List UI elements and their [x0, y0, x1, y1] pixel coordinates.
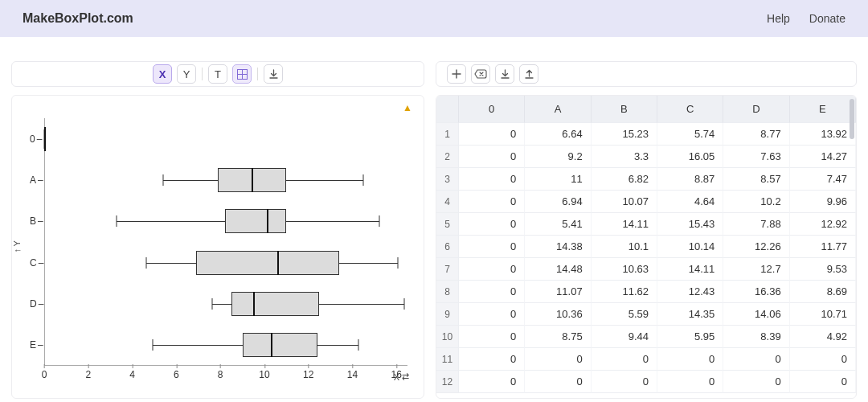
row-header[interactable]: 11 [436, 348, 459, 371]
data-cell[interactable]: 14.27 [790, 146, 856, 168]
data-cell[interactable]: 3.3 [592, 146, 657, 168]
data-cell[interactable]: 0 [459, 281, 525, 303]
data-cell[interactable]: 0 [459, 123, 525, 146]
data-cell[interactable]: 11.77 [790, 236, 856, 258]
data-cell[interactable]: 7.47 [790, 168, 856, 191]
data-cell[interactable]: 14.38 [525, 236, 591, 258]
data-cell[interactable]: 7.63 [723, 146, 789, 168]
row-header[interactable]: 12 [436, 371, 459, 393]
column-header[interactable]: 0 [459, 96, 525, 123]
data-cell[interactable]: 0 [657, 371, 723, 393]
scrollbar-thumb[interactable] [850, 99, 854, 139]
column-header[interactable]: C [657, 96, 723, 123]
data-cell[interactable]: 0 [459, 348, 525, 371]
data-cell[interactable]: 14.06 [723, 303, 789, 326]
data-cell[interactable]: 7.88 [723, 213, 789, 236]
data-cell[interactable]: 0 [790, 348, 856, 371]
data-cell[interactable]: 0 [459, 371, 525, 393]
data-cell[interactable]: 11 [525, 168, 591, 191]
data-cell[interactable]: 15.23 [592, 123, 657, 146]
row-header[interactable]: 6 [436, 236, 459, 258]
data-cell[interactable]: 4.64 [657, 191, 723, 213]
download-chart-button[interactable] [264, 64, 283, 84]
data-cell[interactable]: 0 [459, 258, 525, 281]
data-cell[interactable]: 9.2 [525, 146, 591, 168]
data-cell[interactable]: 10.14 [657, 236, 723, 258]
data-cell[interactable]: 0 [657, 348, 723, 371]
data-cell[interactable]: 10.2 [723, 191, 789, 213]
layout-grid-button[interactable] [232, 64, 252, 84]
data-cell[interactable]: 8.77 [723, 123, 789, 146]
row-header[interactable]: 7 [436, 258, 459, 281]
data-cell[interactable]: 10.63 [592, 258, 657, 281]
data-cell[interactable]: 8.87 [657, 168, 723, 191]
data-cell[interactable]: 11.62 [592, 281, 657, 303]
data-cell[interactable]: 16.36 [723, 281, 789, 303]
row-header[interactable]: 4 [436, 191, 459, 213]
data-cell[interactable]: 11.07 [525, 281, 591, 303]
data-cell[interactable]: 6.94 [525, 191, 591, 213]
data-cell[interactable]: 6.82 [592, 168, 657, 191]
data-cell[interactable]: 10.36 [525, 303, 591, 326]
data-cell[interactable]: 10.1 [592, 236, 657, 258]
data-cell[interactable]: 0 [459, 303, 525, 326]
data-cell[interactable]: 8.39 [723, 326, 789, 348]
upload-data-button[interactable] [519, 64, 538, 84]
x-axis-swap-icon[interactable]: ⇄ [402, 371, 409, 382]
data-cell[interactable]: 10.07 [592, 191, 657, 213]
data-cell[interactable]: 4.92 [790, 326, 856, 348]
data-cell[interactable]: 0 [525, 348, 591, 371]
data-cell[interactable]: 5.59 [592, 303, 657, 326]
data-cell[interactable]: 6.64 [525, 123, 591, 146]
row-header[interactable]: 5 [436, 213, 459, 236]
data-cell[interactable]: 5.74 [657, 123, 723, 146]
data-cell[interactable]: 16.05 [657, 146, 723, 168]
row-header[interactable]: 9 [436, 303, 459, 326]
data-cell[interactable]: 13.92 [790, 123, 856, 146]
column-header[interactable]: B [592, 96, 657, 123]
data-cell[interactable]: 0 [525, 371, 591, 393]
row-header[interactable]: 8 [436, 281, 459, 303]
data-cell[interactable]: 8.69 [790, 281, 856, 303]
data-cell[interactable]: 5.41 [525, 213, 591, 236]
data-cell[interactable]: 0 [459, 326, 525, 348]
data-cell[interactable]: 0 [790, 371, 856, 393]
data-cell[interactable]: 0 [459, 168, 525, 191]
data-cell[interactable]: 0 [592, 371, 657, 393]
data-cell[interactable]: 0 [592, 348, 657, 371]
row-header[interactable]: 2 [436, 146, 459, 168]
boxplot-area[interactable]: 0–A–B–C–D–E–0246810121416 [44, 118, 407, 366]
column-header[interactable]: A [525, 96, 591, 123]
axis-x-button[interactable]: X [153, 64, 172, 84]
data-cell[interactable]: 8.75 [525, 326, 591, 348]
data-cell[interactable]: 15.43 [657, 213, 723, 236]
data-cell[interactable]: 12.7 [723, 258, 789, 281]
clear-button[interactable] [471, 64, 490, 84]
add-column-button[interactable] [447, 64, 466, 84]
data-cell[interactable]: 10.71 [790, 303, 856, 326]
row-header[interactable]: 3 [436, 168, 459, 191]
help-link[interactable]: Help [767, 12, 790, 25]
column-header[interactable]: D [723, 96, 789, 123]
data-cell[interactable]: 0 [459, 191, 525, 213]
data-cell[interactable]: 12.43 [657, 281, 723, 303]
data-cell[interactable]: 0 [459, 146, 525, 168]
data-cell[interactable]: 14.11 [592, 213, 657, 236]
data-cell[interactable]: 9.44 [592, 326, 657, 348]
data-cell[interactable]: 0 [723, 371, 789, 393]
data-cell[interactable]: 8.57 [723, 168, 789, 191]
data-cell[interactable]: 5.95 [657, 326, 723, 348]
data-cell[interactable]: 14.48 [525, 258, 591, 281]
data-cell[interactable]: 14.11 [657, 258, 723, 281]
row-header[interactable]: 10 [436, 326, 459, 348]
column-header[interactable]: E [790, 96, 856, 123]
data-cell[interactable]: 12.92 [790, 213, 856, 236]
data-cell[interactable]: 12.26 [723, 236, 789, 258]
data-cell[interactable]: 0 [459, 236, 525, 258]
data-cell[interactable]: 9.53 [790, 258, 856, 281]
data-cell[interactable]: 0 [459, 213, 525, 236]
axis-y-button[interactable]: Y [177, 64, 196, 84]
data-cell[interactable]: 0 [723, 348, 789, 371]
row-header[interactable]: 1 [436, 123, 459, 146]
data-grid[interactable]: 0ABCDE106.6415.235.748.7713.92209.23.316… [436, 96, 856, 393]
